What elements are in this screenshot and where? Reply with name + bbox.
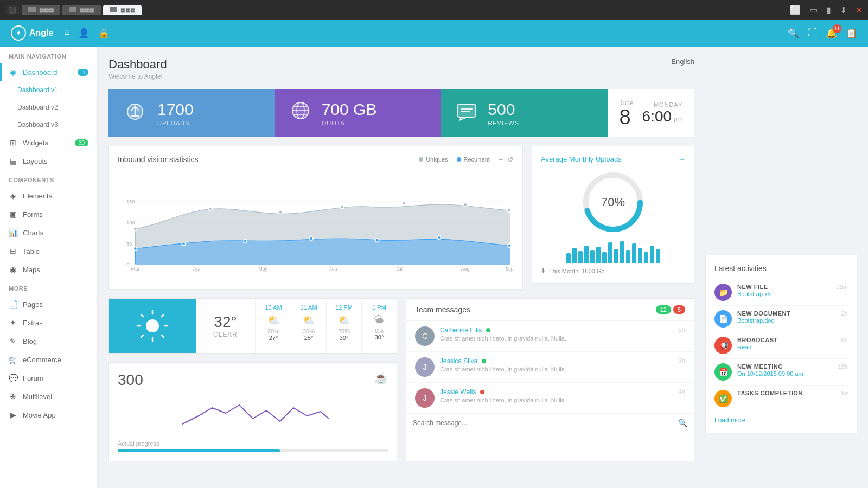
widgets-badge: 30 [75, 139, 88, 146]
activity-content-4: TASKS COMPLETION [737, 390, 835, 397]
tab-icon-2 [69, 7, 76, 12]
svg-line-48 [162, 335, 164, 337]
sidebar-item-maps[interactable]: ◉ Maps [0, 260, 97, 279]
weather-pct-2: 20% [331, 328, 357, 335]
search-message-input[interactable] [413, 419, 674, 427]
svg-text:150: 150 [126, 199, 135, 204]
forms-icon: ▣ [9, 210, 17, 219]
topbar-left: ✦ Angle ≡ 👤 🔒 [11, 25, 110, 41]
sidebar-item-forms[interactable]: ▣ Forms [0, 205, 97, 223]
avg-arrow-icon[interactable]: → [678, 155, 685, 163]
expand-icon[interactable]: ⛶ [808, 28, 817, 38]
svg-line-50 [141, 335, 143, 337]
search-button[interactable]: 🔍 [678, 419, 687, 427]
dashboard-icon: ◉ [9, 68, 17, 76]
sidebar-item-dashboard-v1[interactable]: Dashboard v1 [0, 81, 97, 99]
mini-chart-value: 300 [118, 371, 143, 389]
weather-deg-0: 27° [260, 335, 286, 341]
pages-icon: 📄 [9, 300, 17, 309]
tablet-icon[interactable]: ▭ [809, 5, 818, 15]
activity-item-1: 📄 NEW DOCUMENT Bootstrap.doc 2h [714, 306, 848, 332]
page-lang[interactable]: English [671, 57, 694, 66]
load-more[interactable]: Load more [714, 412, 848, 424]
table-icon: ⊟ [9, 247, 17, 255]
sidebar-item-dashboard-v2[interactable]: Dashboard v2 [0, 99, 97, 116]
sidebar-item-extras[interactable]: ✦ Extras [0, 313, 97, 332]
avg-this-month-label: This Month [549, 268, 578, 274]
sidebar-label-extras: Extras [23, 319, 43, 327]
date-time-wrap: 6:00 pm [642, 108, 683, 125]
bar-7 [602, 252, 607, 263]
browser-tab-1[interactable]: ▦▦▦ [22, 5, 60, 15]
date-ampm: pm [674, 115, 683, 123]
sidebar-item-table[interactable]: ⊟ Table [0, 242, 97, 260]
msg-name-row-0: Catherine Ellis [440, 326, 673, 334]
sidebar-item-ecommerce[interactable]: 🛒 eCommerce [0, 350, 97, 369]
activity-sub-3: On 10/12/2015 09:00 am [737, 370, 833, 377]
message-item-2: J Jessie Wells Cras sit amet nibh libero… [406, 383, 694, 414]
legend-label-recurrent: Recurrent [464, 156, 490, 163]
svg-text:0: 0 [126, 262, 129, 267]
topbar-logo: ✦ Angle [11, 25, 53, 41]
refresh-icon[interactable]: ↺ [507, 155, 514, 164]
charts-icon: 📊 [9, 228, 17, 237]
bar-8 [608, 242, 612, 263]
weather-icon-1: ⛅ [296, 314, 322, 326]
search-icon[interactable]: 🔍 [788, 28, 799, 39]
svg-point-19 [133, 227, 137, 230]
msg-name-0[interactable]: Catherine Ellis [440, 326, 482, 334]
sidebar-item-widgets[interactable]: ⊞ Widgets 30 [0, 133, 97, 152]
sidebar-item-movieapp[interactable]: ▶ Movie App [0, 406, 97, 424]
hour-time-2: 12 PM [331, 304, 357, 311]
coffee-icon: ☕ [374, 371, 388, 384]
legend-recurrent: Recurrent [457, 156, 490, 163]
msg-name-1[interactable]: Jessica Silva [440, 357, 477, 365]
sidebar-label-ecommerce: eCommerce [23, 356, 61, 364]
visitor-chart-svg: 0 50 100 150 [118, 170, 514, 279]
bar-16 [656, 249, 660, 263]
menu-icon[interactable]: ≡ [64, 28, 69, 39]
notifications-icon[interactable]: 🔔 11 [826, 28, 837, 39]
msg-name-2[interactable]: Jessie Wells [440, 388, 476, 396]
stat-card-quota: 700 GB QUOTA [275, 89, 442, 137]
load-more-label[interactable]: Load more [714, 416, 745, 424]
minimize-icon[interactable]: − [499, 155, 503, 164]
sidebar-item-forum[interactable]: 💬 Forum [0, 369, 97, 387]
sidebar-item-blog[interactable]: ✎ Blog [0, 332, 97, 350]
browser-tab-2[interactable]: ▦▦▦ [62, 5, 101, 15]
notif-badge: 11 [833, 24, 841, 33]
activity-title-3: NEW MEETING [737, 363, 833, 370]
browser-tab-3[interactable]: ▦▦▦ [103, 5, 142, 15]
sidebar-item-multilevel[interactable]: ⊕ Multilevel [0, 387, 97, 406]
download-icon[interactable]: ⬇ [840, 5, 847, 15]
status-dot-0 [486, 328, 490, 332]
close-icon[interactable]: ✕ [856, 5, 863, 15]
main-layout: Main Navigation ◉ Dashboard 3 Dashboard … [0, 47, 868, 488]
sidebar-label-forms: Forms [23, 210, 43, 219]
date-right: MONDAY 6:00 pm [642, 101, 683, 125]
ecommerce-icon: 🛒 [9, 355, 17, 364]
phone-icon[interactable]: ▮ [826, 5, 831, 15]
bar-6 [596, 247, 601, 263]
sidebar-item-dashboard-v3[interactable]: Dashboard v3 [0, 116, 97, 133]
search-input-wrap[interactable]: 🔍 [406, 414, 694, 432]
sidebar-item-elements[interactable]: ◈ Elements [0, 187, 97, 205]
user-icon[interactable]: 👤 [78, 28, 90, 39]
activity-icon-1: 📄 [714, 310, 732, 328]
lock-icon[interactable]: 🔒 [98, 28, 110, 39]
activity-icon-3: 📅 [714, 363, 732, 381]
clipboard-icon[interactable]: 📋 [846, 28, 857, 39]
sidebar-item-layouts[interactable]: ▤ Layouts [0, 152, 97, 170]
activity-item-3: 📅 NEW MEETING On 10/12/2015 09:00 am 15h [714, 359, 848, 386]
sidebar-item-pages[interactable]: 📄 Pages [0, 295, 97, 313]
monitor-icon[interactable]: ⬜ [790, 5, 801, 15]
msg-text-0: Cras sit amet nibh libero, in gravida nu… [440, 335, 673, 342]
svg-rect-8 [457, 104, 476, 117]
progress-label: Actual progress [118, 440, 388, 447]
sidebar-item-charts[interactable]: 📊 Charts [0, 223, 97, 242]
date-day: 8 [620, 107, 634, 127]
activity-time-3: 15h [838, 363, 848, 370]
bar-5 [590, 250, 595, 263]
sidebar-item-dashboard[interactable]: ◉ Dashboard 3 [0, 63, 97, 81]
quota-label: QUOTA [322, 120, 377, 126]
